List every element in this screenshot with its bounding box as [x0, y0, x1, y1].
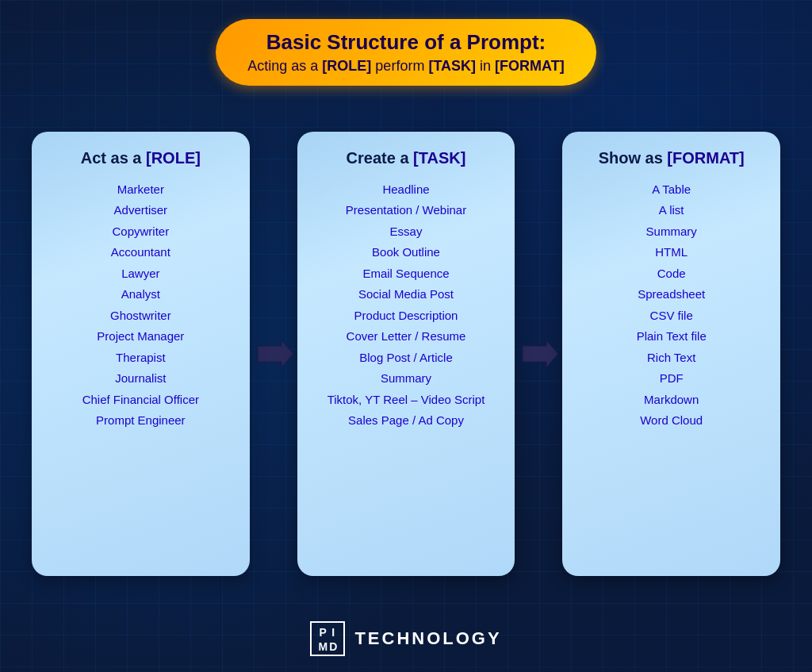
list-item: Social Media Post: [310, 286, 503, 304]
list-item: Markdown: [575, 391, 768, 409]
list-item: Prompt Engineer: [44, 412, 237, 430]
list-item: Accountant: [44, 244, 237, 262]
list-item: Lawyer: [44, 265, 237, 283]
list-item: PDF: [575, 370, 768, 388]
list-item: Summary: [575, 223, 768, 241]
list-item: Word Cloud: [575, 412, 768, 430]
subtitle-mid: perform: [371, 58, 428, 74]
list-item: Advertiser: [44, 202, 237, 220]
list-item: Rich Text: [575, 349, 768, 367]
list-item: Tiktok, YT Reel – Video Script: [310, 391, 503, 409]
list-item: Summary: [310, 370, 503, 388]
role-items-list: MarketerAdvertiserCopywriterAccountantLa…: [44, 181, 237, 430]
svg-marker-1: [523, 340, 558, 367]
list-item: Product Description: [310, 307, 503, 325]
format-items-list: A TableA listSummaryHTMLCodeSpreadsheetC…: [575, 181, 768, 430]
task-card: Create a [TASK] HeadlinePresentation / W…: [297, 132, 515, 576]
subtitle-role: [ROLE]: [322, 58, 371, 74]
header-title: Basic Structure of a Prompt:: [247, 30, 564, 55]
list-item: Journalist: [44, 370, 237, 388]
list-item: Headline: [310, 181, 503, 199]
role-card-title: Act as a [ROLE]: [81, 148, 201, 168]
list-item: Chief Financial Officer: [44, 391, 237, 409]
list-item: Essay: [310, 223, 503, 241]
list-item: Book Outline: [310, 244, 503, 262]
list-item: Project Manager: [44, 328, 237, 346]
task-card-title: Create a [TASK]: [347, 148, 466, 168]
list-item: Analyst: [44, 286, 237, 304]
list-item: Spreadsheet: [575, 286, 768, 304]
list-item: Presentation / Webinar: [310, 202, 503, 220]
format-card: Show as [FORMAT] A TableA listSummaryHTM…: [562, 132, 780, 576]
svg-marker-0: [258, 340, 293, 367]
subtitle-task: [TASK]: [428, 58, 476, 74]
list-item: A list: [575, 202, 768, 220]
arrow-2: [515, 338, 562, 370]
subtitle-format: [FORMAT]: [495, 58, 565, 74]
list-item: Blog Post / Article: [310, 349, 503, 367]
list-item: CSV file: [575, 307, 768, 325]
list-item: Marketer: [44, 181, 237, 199]
list-item: A Table: [575, 181, 768, 199]
logo-box: PIMD: [310, 621, 345, 656]
list-item: Copywriter: [44, 223, 237, 241]
list-item: Plain Text file: [575, 328, 768, 346]
footer: PIMD TECHNOLOGY: [310, 621, 501, 656]
header-subtitle: Acting as a [ROLE] perform [TASK] in [FO…: [247, 58, 564, 75]
format-card-title: Show as [FORMAT]: [599, 148, 745, 168]
list-item: Sales Page / Ad Copy: [310, 412, 503, 430]
list-item: HTML: [575, 244, 768, 262]
subtitle-mid2: in: [476, 58, 495, 74]
list-item: Code: [575, 265, 768, 283]
list-item: Cover Letter / Resume: [310, 328, 503, 346]
list-item: Ghostwriter: [44, 307, 237, 325]
header-pill: Basic Structure of a Prompt: Acting as a…: [216, 19, 596, 86]
list-item: Therapist: [44, 349, 237, 367]
arrow-1: [250, 338, 297, 370]
brand-text: TECHNOLOGY: [354, 628, 501, 649]
role-card: Act as a [ROLE] MarketerAdvertiserCopywr…: [32, 132, 250, 576]
task-items-list: HeadlinePresentation / WebinarEssayBook …: [310, 181, 503, 430]
list-item: Email Sequence: [310, 265, 503, 283]
subtitle-pre: Acting as a: [247, 58, 322, 74]
main-content: Act as a [ROLE] MarketerAdvertiserCopywr…: [32, 98, 780, 609]
